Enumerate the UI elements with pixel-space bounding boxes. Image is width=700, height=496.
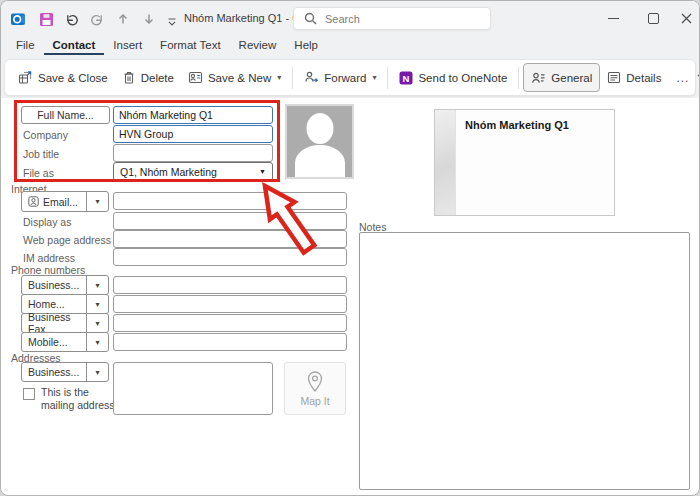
- save-new-dropdown-caret[interactable]: ▾: [277, 73, 281, 82]
- send-to-onenote-button[interactable]: N Send to OneNote: [392, 64, 514, 91]
- job-title-label: Job title: [23, 148, 59, 160]
- phone-mobile-caret[interactable]: ▾: [86, 333, 108, 351]
- display-as-input[interactable]: [113, 212, 347, 230]
- move-down-icon[interactable]: [140, 10, 158, 28]
- chevron-down-icon: ▼: [259, 168, 266, 175]
- mailing-address-checkbox[interactable]: [23, 388, 35, 400]
- im-address-input[interactable]: [113, 248, 347, 266]
- outlook-app-icon: [9, 10, 27, 28]
- email-input[interactable]: [113, 192, 347, 210]
- silhouette-head: [306, 113, 333, 144]
- email-dropdown-caret[interactable]: ▾: [86, 192, 108, 211]
- general-view-button[interactable]: General: [523, 63, 600, 92]
- web-page-input[interactable]: [113, 230, 347, 248]
- menu-help[interactable]: Help: [285, 37, 327, 55]
- im-address-label: IM address: [23, 252, 75, 264]
- web-page-label: Web page address: [23, 234, 111, 246]
- trash-icon: [122, 70, 136, 85]
- close-button[interactable]: [672, 6, 700, 31]
- delete-button[interactable]: Delete: [115, 64, 181, 91]
- redo-icon[interactable]: [88, 10, 106, 28]
- menu-bar: File Contact Insert Format Text Review H…: [7, 37, 327, 58]
- full-name-input[interactable]: Nhóm Marketing Q1: [113, 106, 273, 124]
- map-pin-icon: [305, 370, 325, 394]
- menu-format-text[interactable]: Format Text: [151, 37, 230, 55]
- save-and-close-button[interactable]: Save & Close: [11, 64, 115, 91]
- company-label: Company: [23, 129, 68, 141]
- file-as-select[interactable]: Q1, Nhóm Marketing ▼: [113, 162, 273, 181]
- notes-textarea[interactable]: [359, 232, 690, 490]
- company-input[interactable]: HVN Group: [113, 125, 273, 143]
- details-icon: [607, 71, 621, 84]
- forward-icon: [304, 70, 319, 85]
- phone-mobile-button[interactable]: Mobile... ▾: [21, 332, 109, 352]
- menu-review[interactable]: Review: [230, 37, 286, 55]
- display-as-label: Display as: [23, 216, 71, 228]
- maximize-button[interactable]: [639, 6, 667, 31]
- save-new-icon: [188, 70, 203, 85]
- menu-contact[interactable]: Contact: [44, 37, 105, 55]
- details-view-button[interactable]: Details: [600, 64, 668, 91]
- move-up-icon[interactable]: [114, 10, 132, 28]
- svg-text:N: N: [403, 72, 410, 83]
- more-commands-button[interactable]: ...: [668, 71, 697, 85]
- business-card-name: Nhóm Marketing Q1: [465, 119, 569, 131]
- toolbar-separator: [518, 67, 519, 89]
- job-title-input[interactable]: [113, 144, 273, 162]
- file-as-label: File as: [23, 167, 54, 179]
- menu-insert[interactable]: Insert: [104, 37, 151, 55]
- customize-toolbar-icon[interactable]: [163, 13, 181, 31]
- phone-mobile-input[interactable]: [113, 333, 347, 351]
- phone-business-fax-button[interactable]: Business Fax... ▾: [21, 313, 109, 333]
- map-it-button[interactable]: Map It: [284, 362, 346, 415]
- phone-business-caret[interactable]: ▾: [86, 276, 108, 294]
- phone-home-caret[interactable]: ▾: [86, 295, 108, 313]
- toolbar-separator: [292, 67, 293, 89]
- email-contact-icon: [28, 196, 39, 207]
- minimize-button[interactable]: [599, 6, 627, 31]
- contact-photo-placeholder[interactable]: [285, 104, 354, 179]
- general-person-icon: [531, 71, 546, 85]
- address-type-button[interactable]: Business... ▾: [21, 362, 109, 382]
- toolbar-separator: [387, 67, 388, 89]
- menu-file[interactable]: File: [7, 37, 44, 55]
- save-close-icon: [18, 70, 33, 85]
- mailing-address-checkbox-label: This is the mailing address: [41, 386, 117, 412]
- save-icon[interactable]: [37, 10, 55, 28]
- phone-business-input[interactable]: [113, 276, 347, 294]
- search-placeholder: Search: [325, 13, 360, 25]
- forward-button[interactable]: Forward ▾: [297, 64, 383, 91]
- phone-business-button[interactable]: Business... ▾: [21, 275, 109, 295]
- ribbon-toolbar: Save & Close Delete Save & New ▾ Forward…: [4, 59, 696, 96]
- phone-home-input[interactable]: [113, 295, 347, 313]
- outlook-contact-window: Nhóm Marketing Q1 - Co... Search File Co…: [0, 0, 700, 496]
- search-input[interactable]: Search: [293, 7, 491, 30]
- phone-business-fax-input[interactable]: [113, 314, 347, 332]
- address-textarea[interactable]: [113, 362, 273, 415]
- full-name-button[interactable]: Full Name...: [21, 106, 110, 124]
- silhouette-torso: [295, 145, 345, 179]
- address-type-caret[interactable]: ▾: [86, 363, 108, 381]
- onenote-icon: N: [399, 71, 413, 85]
- forward-dropdown-caret[interactable]: ▾: [372, 73, 376, 82]
- business-card-preview[interactable]: Nhóm Marketing Q1: [434, 109, 615, 216]
- save-and-new-button[interactable]: Save & New ▾: [181, 64, 288, 91]
- undo-icon[interactable]: [62, 10, 80, 28]
- email-split-button[interactable]: Email... ▾: [21, 191, 109, 212]
- business-card-strip: [435, 110, 456, 215]
- phone-business-fax-caret[interactable]: ▾: [86, 314, 108, 332]
- search-icon: [304, 12, 317, 25]
